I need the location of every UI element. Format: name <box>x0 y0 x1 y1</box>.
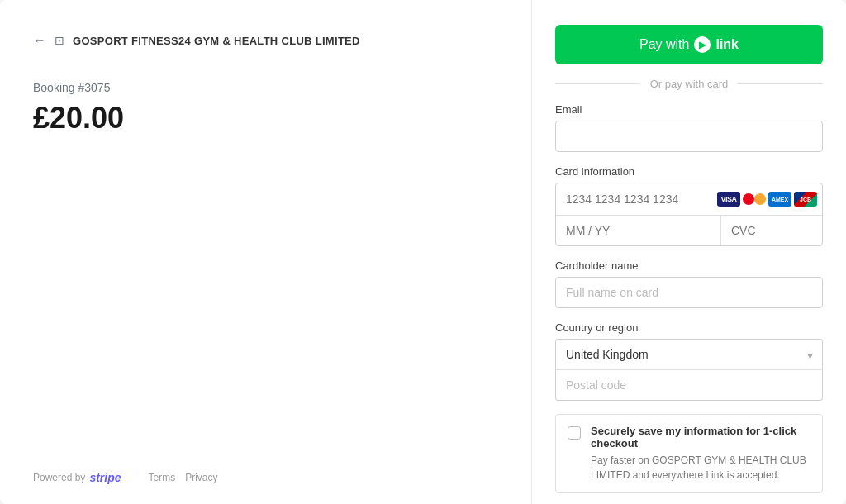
email-field-group: Email <box>555 103 823 152</box>
card-info-label: Card information <box>555 165 823 178</box>
card-info-group: Card information VISA AMEX JCB <box>555 165 823 246</box>
jcb-logo: JCB <box>794 192 817 207</box>
amex-logo: AMEX <box>768 192 791 207</box>
email-input[interactable] <box>555 121 823 152</box>
powered-by: Powered by stripe <box>33 471 121 484</box>
country-group: Country or region United Kingdom United … <box>555 321 823 401</box>
cvc-input[interactable] <box>731 224 823 237</box>
cardholder-input[interactable] <box>555 277 823 308</box>
mastercard-logo <box>743 192 766 207</box>
privacy-link[interactable]: Privacy <box>185 472 217 483</box>
booking-label: Booking #3075 <box>33 81 498 94</box>
pay-with-link-button[interactable]: Pay with ▶ link <box>555 25 823 64</box>
right-panel: Pay with ▶ link Or pay with card Email C… <box>532 0 846 504</box>
card-number-row: VISA AMEX JCB <box>556 183 822 216</box>
link-icon: ▶ <box>694 36 711 53</box>
cvc-row <box>721 216 823 245</box>
card-info-block: VISA AMEX JCB <box>555 183 823 246</box>
country-label: Country or region <box>555 321 823 334</box>
cardholder-label: Cardholder name <box>555 259 823 272</box>
cardholder-group: Cardholder name <box>555 259 823 308</box>
or-line-left <box>555 83 640 84</box>
or-divider: Or pay with card <box>555 78 823 90</box>
card-bottom-row <box>556 216 822 245</box>
save-info-box: Securely save my information for 1-click… <box>555 414 823 493</box>
save-info-title: Securely save my information for 1-click… <box>591 425 810 449</box>
visa-logo: VISA <box>717 192 740 207</box>
terminal-icon: ⊡ <box>55 34 64 47</box>
left-panel: ← ⊡ GOSPORT FITNESS24 GYM & HEALTH CLUB … <box>0 0 532 504</box>
link-label: link <box>715 37 739 52</box>
country-select-wrapper: United Kingdom United States Canada Aust… <box>555 339 823 369</box>
footer-divider <box>135 473 135 483</box>
or-line-right <box>738 83 823 84</box>
postal-input[interactable] <box>555 369 823 401</box>
expiry-input[interactable] <box>556 216 721 245</box>
card-logos: VISA AMEX JCB <box>717 192 817 207</box>
save-info-checkbox[interactable] <box>568 426 581 440</box>
page-container: ← ⊡ GOSPORT FITNESS24 GYM & HEALTH CLUB … <box>0 0 846 504</box>
or-text: Or pay with card <box>650 78 729 90</box>
email-label: Email <box>555 103 823 116</box>
merchant-name: GOSPORT FITNESS24 GYM & HEALTH CLUB LIMI… <box>73 35 360 47</box>
footer-links: Terms Privacy <box>149 472 218 483</box>
pay-pre-text: Pay with <box>639 37 689 52</box>
save-info-text: Securely save my information for 1-click… <box>591 425 810 483</box>
card-number-input[interactable] <box>566 193 711 206</box>
stripe-logo: stripe <box>89 471 121 484</box>
back-arrow-icon[interactable]: ← <box>33 33 46 48</box>
save-info-desc: Pay faster on GOSPORT GYM & HEALTH CLUB … <box>591 453 810 483</box>
header-row: ← ⊡ GOSPORT FITNESS24 GYM & HEALTH CLUB … <box>33 33 498 48</box>
country-select[interactable]: United Kingdom United States Canada Aust… <box>555 339 823 369</box>
terms-link[interactable]: Terms <box>149 472 176 483</box>
left-footer: Powered by stripe Terms Privacy <box>33 471 218 484</box>
booking-amount: £20.00 <box>33 101 498 136</box>
